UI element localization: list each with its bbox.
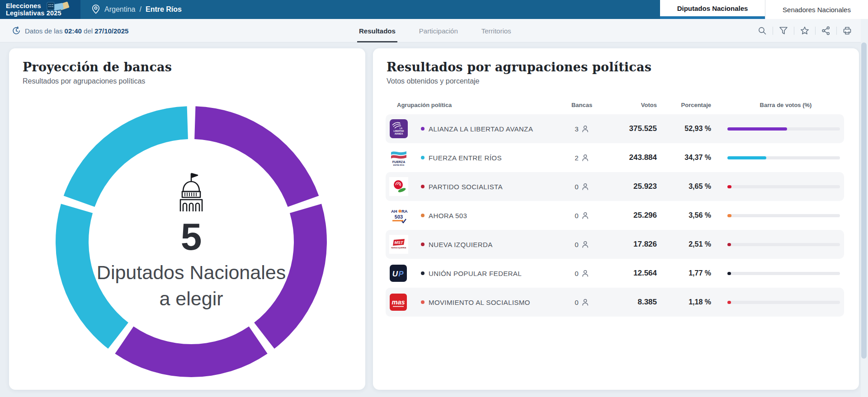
party-color-dot <box>421 271 425 275</box>
svg-text:NUEVA IZQUIERDA: NUEVA IZQUIERDA <box>392 247 406 249</box>
top-header: Elecciones Legislativas 2025 Argentina /… <box>0 0 868 19</box>
toolbar-separator <box>815 27 816 35</box>
left-card-subtitle: Resultados por agrupaciones políticas <box>9 74 365 85</box>
svg-text:LA: LA <box>400 127 403 130</box>
svg-text:LIBERTAD: LIBERTAD <box>394 130 405 132</box>
table-row[interactable]: MST NUEVA IZQUIERDA NUEVA IZQUIERDA 0 17… <box>386 230 844 259</box>
column-header-votos: Votos <box>602 102 657 108</box>
toolbar-separator <box>773 27 773 35</box>
vote-bar-track <box>727 214 840 217</box>
print-icon[interactable] <box>843 26 852 35</box>
movimiento-al-socialismo-logo: mas <box>386 293 421 311</box>
donut-segment[interactable] <box>115 327 267 377</box>
ahora-503-logo: AH RA 503 <box>386 206 421 225</box>
table-row[interactable]: FUERZA ENTRE RÍOS FUERZA ENTRE RÍOS 2 24… <box>386 143 844 172</box>
toolbar-actions <box>758 19 852 42</box>
tab-senadores-nacionales[interactable]: Senadores Nacionales <box>765 0 868 19</box>
left-card-title: Proyección de bancas <box>9 48 365 74</box>
tab-territorios[interactable]: Territorios <box>480 19 513 42</box>
svg-text:FUERZA: FUERZA <box>392 160 405 163</box>
tab-participacion[interactable]: Participación <box>417 19 460 42</box>
page-scrollbar-thumb[interactable] <box>861 42 867 359</box>
vote-bar-fill <box>727 185 731 188</box>
svg-text:RA: RA <box>401 209 408 214</box>
porcentaje-cell: 34,37 % <box>657 154 711 162</box>
vote-bar-track <box>727 156 840 159</box>
votos-cell: 8.385 <box>602 298 657 307</box>
svg-text:ENTRE RÍOS: ENTRE RÍOS <box>393 164 405 166</box>
porcentaje-cell: 1,77 % <box>657 269 711 277</box>
person-icon <box>581 270 589 277</box>
donut-segment[interactable] <box>194 106 319 207</box>
star-icon[interactable] <box>800 26 809 35</box>
party-color-dot <box>421 156 425 159</box>
person-icon <box>581 154 589 162</box>
table-row[interactable]: AH RA 503 AHORA 503 0 25.296 3,56 % <box>386 201 844 230</box>
party-name: UNIÓN POPULAR FEDERAL <box>429 270 522 277</box>
bancas-cell: 0 <box>562 270 602 277</box>
donut-segment[interactable] <box>254 204 327 349</box>
timestamp-prefix: Datos de las <box>25 27 62 35</box>
table-row[interactable]: mas MOVIMIENTO AL SOCIALISMO 0 8.385 1,1… <box>386 288 844 317</box>
partido-socialista-logo <box>386 177 421 196</box>
column-header-barra: Barra de votos (%) <box>711 102 844 108</box>
results-table-body: LA LIBERTAD AVANZA ALIANZA LA LIBERTAD A… <box>386 114 844 317</box>
party-color-dot <box>421 300 425 304</box>
vote-bar-track <box>727 127 840 131</box>
vote-bar-fill <box>727 156 766 159</box>
results-card: Resultados por agrupaciones políticas Vo… <box>373 48 859 390</box>
table-row[interactable]: PARTIDO SOCIALISTA 0 25.923 3,65 % <box>386 172 844 201</box>
party-name: ALIANZA LA LIBERTAD AVANZA <box>429 125 533 133</box>
breadcrumb-country[interactable]: Argentina <box>104 5 136 14</box>
votos-cell: 243.884 <box>602 153 657 162</box>
column-header-bancas: Bancas <box>562 102 602 108</box>
toolbar: Datos de las 02:40 del 27/10/2025 Result… <box>0 19 868 42</box>
breadcrumb-separator: / <box>140 5 142 14</box>
app-logo[interactable]: Elecciones Legislativas 2025 <box>0 0 80 19</box>
search-icon[interactable] <box>758 26 767 35</box>
bancas-cell: 0 <box>562 299 602 306</box>
person-icon <box>581 125 589 133</box>
breadcrumb: Argentina / Entre Ríos <box>91 0 182 19</box>
ballot-logo-icon <box>46 1 72 13</box>
person-icon <box>581 299 589 306</box>
share-icon[interactable] <box>821 26 830 35</box>
page-scrollbar-track[interactable] <box>861 19 868 397</box>
svg-text:MST: MST <box>395 240 404 245</box>
svg-text:mas: mas <box>392 299 405 306</box>
bancas-count: 0 <box>575 299 578 306</box>
column-header-porcentaje: Porcentaje <box>657 102 711 108</box>
table-row[interactable]: LA LIBERTAD AVANZA ALIANZA LA LIBERTAD A… <box>386 114 844 143</box>
timestamp-time: 02:40 <box>65 27 82 35</box>
party-color-dot <box>421 243 425 246</box>
table-row[interactable]: U P UNIÓN POPULAR FEDERAL 0 12.564 1,77 … <box>386 259 844 288</box>
votos-cell: 12.564 <box>602 269 657 278</box>
bancas-cell: 3 <box>562 125 602 133</box>
toolbar-separator <box>836 27 837 35</box>
bancas-cell: 0 <box>562 212 602 220</box>
filter-icon[interactable] <box>779 26 788 35</box>
tab-diputados-nacionales[interactable]: Diputados Nacionales <box>660 0 765 19</box>
bancas-count: 0 <box>575 212 578 220</box>
vote-bar-track <box>727 243 840 246</box>
tab-resultados[interactable]: Resultados <box>357 19 397 42</box>
seats-donut-chart[interactable] <box>51 102 331 382</box>
vote-bar-fill <box>727 127 787 131</box>
bancas-cell: 0 <box>562 241 602 248</box>
party-color-dot <box>421 214 425 217</box>
votos-cell: 25.923 <box>602 182 657 191</box>
donut-segment[interactable] <box>64 106 188 207</box>
clock-refresh-icon <box>12 26 21 35</box>
party-name: AHORA 503 <box>429 212 467 220</box>
right-card-title: Resultados por agrupaciones políticas <box>373 48 859 74</box>
vote-bar-fill <box>727 214 731 217</box>
breadcrumb-region[interactable]: Entre Ríos <box>146 5 182 14</box>
bancas-count: 0 <box>575 270 578 277</box>
svg-text:AH: AH <box>391 209 397 214</box>
party-name: NUEVA IZQUIERDA <box>429 241 493 248</box>
party-name: MOVIMIENTO AL SOCIALISMO <box>429 299 530 306</box>
party-name: PARTIDO SOCIALISTA <box>429 183 503 191</box>
svg-text:AVANZA: AVANZA <box>395 133 403 135</box>
party-color-dot <box>421 127 425 131</box>
donut-segment[interactable] <box>56 204 128 349</box>
